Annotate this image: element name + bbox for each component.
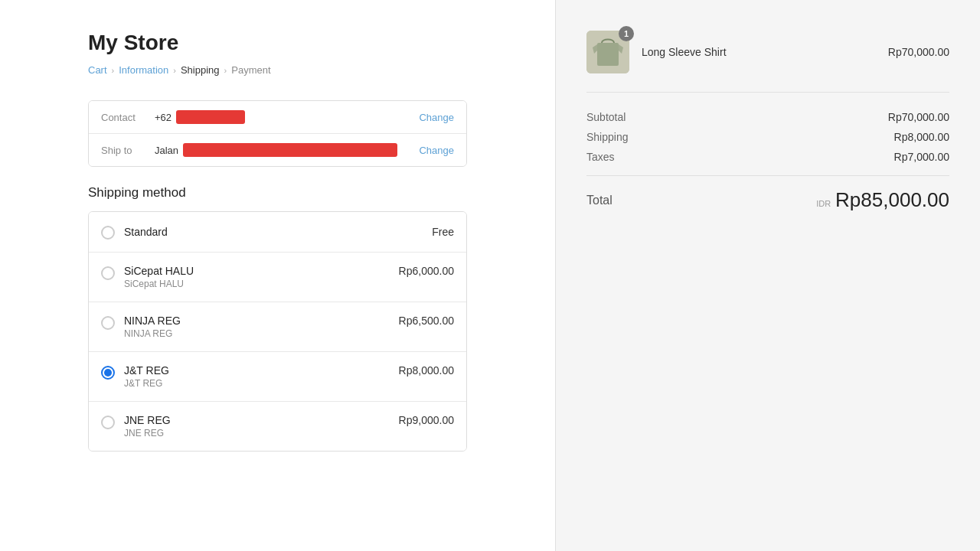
total-label: Total — [586, 194, 612, 207]
option-price-ninja: Rp6,500.00 — [385, 315, 454, 327]
summary-rows: Subtotal Rp70,000.00 Shipping Rp8,000.00… — [586, 111, 949, 163]
svg-rect-1 — [597, 43, 619, 66]
shipping-row: Shipping Rp8,000.00 — [586, 131, 949, 143]
contact-redacted — [176, 110, 245, 124]
option-info-sicepat: SiCepat HALU SiCepat HALU — [124, 265, 385, 289]
option-subtitle-jt: J&T REG — [124, 378, 385, 389]
option-info-jne: JNE REG JNE REG — [124, 414, 385, 439]
radio-outer-standard[interactable] — [101, 226, 115, 240]
store-title: My Store — [88, 31, 467, 55]
subtotal-row: Subtotal Rp70,000.00 — [586, 111, 949, 123]
total-currency: IDR — [816, 199, 831, 208]
option-info-standard: Standard — [124, 226, 385, 238]
shipping-option-jne[interactable]: JNE REG JNE REG Rp9,000.00 — [89, 402, 466, 451]
radio-outer-sicepat[interactable] — [101, 266, 115, 280]
contact-box: Contact +62 Change Ship to Jalan Change — [88, 100, 467, 167]
radio-outer-ninja[interactable] — [101, 316, 115, 330]
contact-row: Contact +62 Change — [89, 101, 466, 133]
total-amount-wrap: IDR Rp85,000.00 — [816, 188, 949, 212]
contact-prefix: +62 — [155, 112, 172, 123]
shipping-option-jt[interactable]: J&T REG J&T REG Rp8,000.00 — [89, 352, 466, 402]
breadcrumb-information[interactable]: Information — [119, 64, 168, 76]
option-name-standard: Standard — [124, 226, 385, 238]
product-price: Rp70,000.00 — [888, 46, 949, 58]
ship-change[interactable]: Change — [419, 145, 454, 156]
option-info-jt: J&T REG J&T REG — [124, 364, 385, 389]
ship-to-value: Jalan — [155, 143, 419, 157]
option-price-jne: Rp9,000.00 — [385, 414, 454, 426]
radio-jne[interactable] — [101, 414, 115, 429]
option-name-sicepat: SiCepat HALU — [124, 265, 385, 277]
contact-value: +62 — [155, 110, 419, 124]
radio-jt[interactable] — [101, 364, 115, 380]
option-price-standard: Free — [385, 226, 454, 238]
taxes-value: Rp7,000.00 — [894, 151, 949, 163]
radio-inner-jt — [104, 369, 112, 377]
product-row: 1 Long Sleeve Shirt Rp70,000.00 — [586, 31, 949, 93]
contact-change[interactable]: Change — [419, 112, 454, 123]
option-name-ninja: NINJA REG — [124, 315, 385, 327]
shipping-value: Rp8,000.00 — [894, 131, 949, 143]
option-price-jt: Rp8,000.00 — [385, 364, 454, 377]
breadcrumb-sep-1: › — [112, 66, 115, 75]
subtotal-label: Subtotal — [586, 111, 626, 123]
radio-ninja[interactable] — [101, 315, 115, 330]
ship-to-row: Ship to Jalan Change — [89, 133, 466, 166]
option-subtitle-sicepat: SiCepat HALU — [124, 279, 385, 289]
shipping-option-sicepat[interactable]: SiCepat HALU SiCepat HALU Rp6,000.00 — [89, 253, 466, 302]
breadcrumb-sep-3: › — [224, 66, 227, 75]
ship-to-label: Ship to — [101, 145, 155, 156]
shipping-methods: Standard Free SiCepat HALU SiCepat HALU … — [88, 211, 467, 452]
product-quantity-badge: 1 — [619, 26, 634, 41]
shipping-option-ninja[interactable]: NINJA REG NINJA REG Rp6,500.00 — [89, 302, 466, 352]
radio-outer-jt[interactable] — [101, 366, 115, 380]
option-subtitle-jne: JNE REG — [124, 428, 385, 439]
radio-standard[interactable] — [101, 224, 115, 240]
breadcrumb-sep-2: › — [173, 66, 176, 75]
option-price-sicepat: Rp6,000.00 — [385, 265, 454, 277]
radio-sicepat[interactable] — [101, 265, 115, 280]
radio-outer-jne[interactable] — [101, 416, 115, 429]
ship-redacted — [183, 143, 397, 157]
breadcrumb-payment: Payment — [231, 64, 270, 76]
contact-label: Contact — [101, 112, 155, 123]
option-name-jne: JNE REG — [124, 414, 385, 426]
breadcrumb-cart[interactable]: Cart — [88, 64, 107, 76]
breadcrumb: Cart › Information › Shipping › Payment — [88, 64, 467, 76]
taxes-label: Taxes — [586, 151, 615, 163]
total-row: Total IDR Rp85,000.00 — [586, 175, 949, 212]
order-summary: 1 Long Sleeve Shirt Rp70,000.00 Subtotal… — [555, 0, 980, 551]
product-name: Long Sleeve Shirt — [642, 46, 888, 58]
product-image-wrap: 1 — [586, 31, 629, 73]
taxes-row: Taxes Rp7,000.00 — [586, 151, 949, 163]
option-name-jt: J&T REG — [124, 364, 385, 377]
shipping-option-standard[interactable]: Standard Free — [89, 212, 466, 253]
shipping-label: Shipping — [586, 131, 629, 143]
subtotal-value: Rp70,000.00 — [888, 111, 949, 123]
ship-prefix: Jalan — [155, 145, 178, 156]
option-subtitle-ninja: NINJA REG — [124, 328, 385, 339]
option-info-ninja: NINJA REG NINJA REG — [124, 315, 385, 339]
shipping-method-title: Shipping method — [88, 185, 467, 201]
total-amount: Rp85,000.00 — [835, 188, 949, 212]
breadcrumb-shipping: Shipping — [181, 64, 220, 76]
